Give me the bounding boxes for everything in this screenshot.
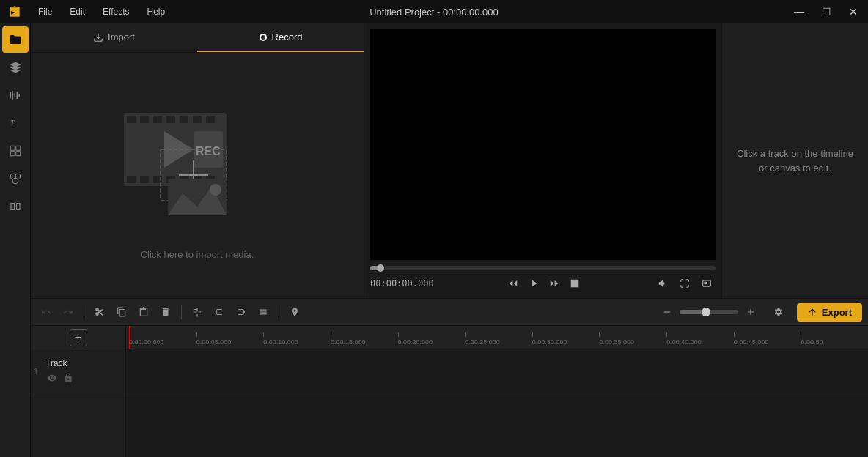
controls-row: 00:00:00.000 xyxy=(370,275,716,292)
minimize-button[interactable]: — xyxy=(790,4,809,19)
track-label-header: + xyxy=(31,326,126,349)
paste-button[interactable] xyxy=(134,302,153,322)
top-section: Import Record xyxy=(31,23,868,298)
zoom-in-button[interactable] xyxy=(741,302,760,322)
sidebar: T xyxy=(0,23,31,457)
video-preview[interactable] xyxy=(370,29,716,260)
timeline: + 0:00:00.0000:00:05.0000:00:10.0000:00:… xyxy=(31,326,868,457)
svg-rect-20 xyxy=(140,116,149,123)
svg-text:REC: REC xyxy=(196,145,221,157)
sidebar-item-media[interactable] xyxy=(2,26,29,53)
svg-text:▶: ▶ xyxy=(11,10,15,15)
svg-point-15 xyxy=(12,178,18,184)
svg-rect-9 xyxy=(10,146,15,150)
time-display: 00:00:00.000 xyxy=(370,278,434,289)
track-number-1: 1 xyxy=(34,367,38,376)
sidebar-item-text[interactable]: T xyxy=(2,110,29,136)
record-icon xyxy=(259,33,268,42)
redo-button[interactable] xyxy=(59,302,78,322)
svg-rect-26 xyxy=(127,176,136,183)
panel-content[interactable]: REC Click here to import media. xyxy=(31,53,364,298)
track-content[interactable] xyxy=(126,349,868,457)
aspect-ratio-button[interactable] xyxy=(698,275,716,292)
content-area: Import Record xyxy=(31,23,868,457)
copy-button[interactable] xyxy=(112,302,131,322)
separator-2 xyxy=(181,305,182,319)
svg-point-41 xyxy=(210,184,221,196)
menu-edit[interactable]: Edit xyxy=(67,5,88,18)
svg-text:T: T xyxy=(10,119,15,127)
fullscreen-button[interactable] xyxy=(676,275,694,292)
svg-rect-12 xyxy=(15,152,20,156)
ruler-marks: 0:00:00.0000:00:05.0000:00:10.0000:00:15… xyxy=(126,326,868,349)
cut-button[interactable] xyxy=(90,302,109,322)
volume-button[interactable] xyxy=(654,275,672,292)
svg-rect-25 xyxy=(206,116,215,123)
play-button[interactable] xyxy=(525,275,542,292)
zoom-fill xyxy=(680,310,703,314)
tab-import[interactable]: Import xyxy=(31,23,197,52)
marker-button[interactable] xyxy=(285,302,304,322)
menu-effects[interactable]: Effects xyxy=(100,5,132,18)
sidebar-item-templates[interactable] xyxy=(2,138,29,164)
info-panel: Click a track on the timeline or canvas … xyxy=(721,23,868,298)
close-button[interactable]: ✕ xyxy=(845,4,862,19)
svg-rect-24 xyxy=(193,116,202,123)
toolbar: Export xyxy=(31,298,868,326)
svg-rect-11 xyxy=(10,152,15,156)
progress-thumb[interactable] xyxy=(377,264,384,272)
svg-point-17 xyxy=(261,35,265,40)
ruler-mark: 0:00:30.000 xyxy=(532,332,600,346)
ruler-mark: 0:00:15.000 xyxy=(331,332,398,346)
import-icon xyxy=(93,32,103,42)
sidebar-item-effects[interactable] xyxy=(2,166,29,192)
extend-button[interactable] xyxy=(254,302,273,322)
track-icons-1 xyxy=(45,371,75,384)
panel-tabs: Import Record xyxy=(31,23,364,53)
import-graphic: REC xyxy=(109,91,285,237)
add-track-button[interactable]: + xyxy=(70,329,87,346)
track-label-1: 1 Track xyxy=(31,349,125,393)
menu-help[interactable]: Help xyxy=(144,5,169,18)
zoom-out-button[interactable] xyxy=(658,302,677,322)
stop-button[interactable] xyxy=(566,275,584,292)
ruler-mark: 0:00:05.000 xyxy=(196,332,264,346)
svg-rect-3 xyxy=(10,92,11,99)
svg-rect-21 xyxy=(153,116,162,123)
info-text: Click a track on the timeline or canvas … xyxy=(734,146,856,175)
settings-button[interactable] xyxy=(769,302,788,322)
app-logo: ▶ xyxy=(6,3,23,21)
ruler-mark: 0:00:00.000 xyxy=(129,332,196,346)
zoom-control xyxy=(658,302,760,322)
progress-bar[interactable] xyxy=(370,266,716,270)
delete-button[interactable] xyxy=(156,302,175,322)
tab-record[interactable]: Record xyxy=(197,23,364,52)
ruler-mark: 0:00:50 xyxy=(801,332,868,346)
import-prompt[interactable]: Click here to import media. xyxy=(141,249,254,260)
split-button[interactable] xyxy=(188,302,207,322)
export-button[interactable]: Export xyxy=(797,303,862,322)
trim-left-button[interactable] xyxy=(210,302,229,322)
maximize-button[interactable]: ☐ xyxy=(817,4,836,19)
video-controls: 00:00:00.000 xyxy=(364,260,721,298)
undo-button[interactable] xyxy=(37,302,56,322)
sidebar-item-audio[interactable] xyxy=(2,82,29,108)
svg-rect-27 xyxy=(140,176,149,183)
zoom-slider[interactable] xyxy=(680,310,738,314)
track-label-content-1: Track xyxy=(45,358,75,384)
sidebar-item-transitions[interactable] xyxy=(2,193,29,220)
track-lock-button[interactable] xyxy=(62,371,75,384)
menu-file[interactable]: File xyxy=(35,5,55,18)
track-visibility-button[interactable] xyxy=(45,371,59,384)
rewind-button[interactable] xyxy=(504,275,522,292)
svg-rect-42 xyxy=(571,280,579,288)
forward-button[interactable] xyxy=(545,275,563,292)
export-label: Export xyxy=(822,307,852,318)
window-controls: — ☐ ✕ xyxy=(790,4,862,19)
zoom-thumb[interactable] xyxy=(702,308,710,316)
trim-right-button[interactable] xyxy=(232,302,251,322)
sidebar-item-layers[interactable] xyxy=(2,54,29,81)
svg-rect-23 xyxy=(180,116,188,123)
timeline-playhead[interactable] xyxy=(129,326,130,349)
timeline-ruler[interactable]: 0:00:00.0000:00:05.0000:00:10.0000:00:15… xyxy=(126,326,868,349)
